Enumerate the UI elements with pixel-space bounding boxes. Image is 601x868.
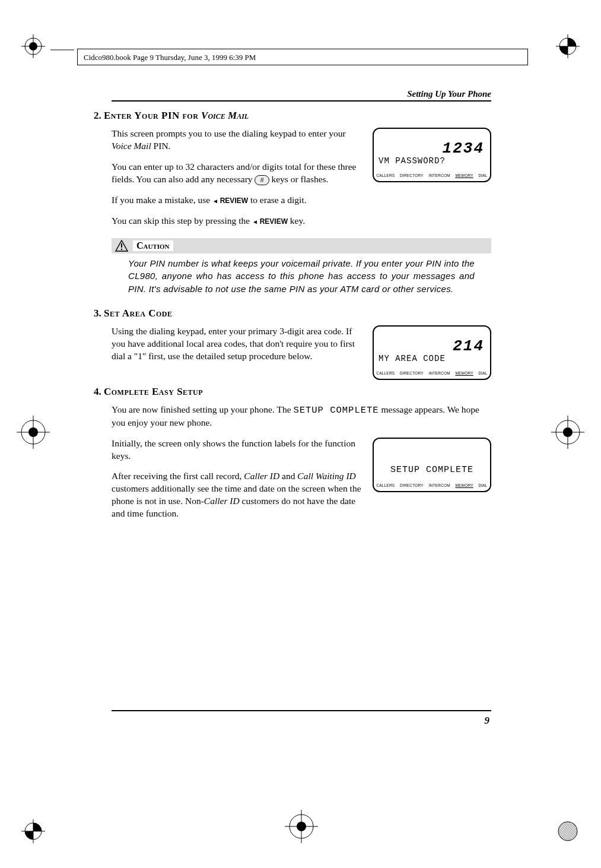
section-2-num: 2. (94, 110, 101, 121)
s2-p3: If you make a mistake, use REVIEW to era… (112, 194, 491, 207)
lcd-area-code: 214 MY AREA CODE CALLERS DIRECTORY INTER… (373, 325, 491, 380)
hash-key-icon: # (255, 175, 269, 185)
section-4-title: 4. Complete Easy Setup (94, 386, 491, 398)
lcd-vm-password: 1234 VM PASSWORD? CALLERS DIRECTORY INTE… (373, 128, 491, 182)
lcd1-big: 1234 (443, 140, 484, 157)
s4-p2: Initially, the screen only shows the fun… (112, 438, 362, 462)
s4-p1: You are now finished setting up your pho… (112, 404, 491, 429)
section-2-title: 2. Enter Your PIN for Voice Mail (94, 110, 491, 122)
caution-bar: Caution (112, 238, 491, 254)
lcd-setup-complete: SETUP COMPLETE CALLERS DIRECTORY INTERCO… (373, 438, 491, 492)
reg-mark-br (556, 819, 580, 843)
s4-p3: After receiving the first call record, C… (112, 470, 362, 520)
lcd3-line2: SETUP COMPLETE (374, 465, 490, 475)
lcd2-softkeys: CALLERS DIRECTORY INTERCOM MEMORY DIAL (374, 371, 490, 375)
lcd3-softkeys: CALLERS DIRECTORY INTERCOM MEMORY DIAL (374, 483, 490, 487)
caution-label: Caution (133, 240, 173, 251)
reg-mark-mr (551, 416, 584, 449)
reg-mark-ml (17, 416, 50, 449)
s3-p1: Using the dialing keypad, enter your pri… (112, 325, 362, 363)
lcd2-line2: MY AREA CODE (379, 354, 446, 363)
s2-p2: You can enter up to 32 characters and/or… (112, 161, 362, 186)
review-key-icon: REVIEW (212, 196, 248, 205)
page-number: 9 (485, 715, 490, 727)
frame-text: Cidco980.book Page 9 Thursday, June 3, 1… (84, 53, 256, 62)
footer-rule (112, 710, 491, 711)
reg-mark-tl (21, 34, 45, 58)
s2-p4: You can skip this step by pressing the R… (112, 215, 491, 227)
crop-line-tl (50, 46, 74, 53)
review-key-icon-2: REVIEW (252, 217, 288, 226)
reg-mark-bl (21, 819, 45, 843)
lcd1-softkeys: CALLERS DIRECTORY INTERCOM MEMORY DIAL (374, 173, 490, 178)
framemaker-info-box: Cidco980.book Page 9 Thursday, June 3, 1… (77, 49, 528, 65)
caution-triangle-icon (115, 240, 128, 252)
reg-mark-tr (556, 34, 580, 58)
svg-point-18 (558, 822, 577, 841)
caution-body: Your PIN number is what keeps your voice… (128, 257, 475, 296)
section-3-title: 3. Set Area Code (94, 308, 491, 319)
reg-mark-bc (285, 810, 318, 843)
lcd1-line2: VM PASSWORD? (379, 156, 446, 166)
section-2-caps: Enter Your PIN for (104, 110, 201, 121)
s2-p1: This screen prompts you to use the diali… (112, 128, 362, 153)
page-content: Setting Up Your Phone 2. Enter Your PIN … (112, 89, 491, 528)
running-head: Setting Up Your Phone (112, 89, 491, 102)
lcd2-big: 214 (453, 337, 484, 355)
section-2-ital: Voice Mail (201, 110, 249, 121)
svg-point-26 (121, 248, 122, 249)
